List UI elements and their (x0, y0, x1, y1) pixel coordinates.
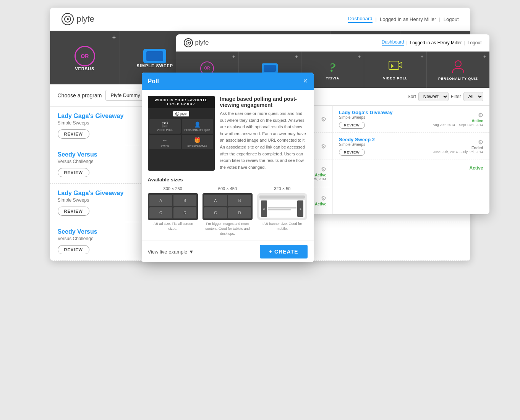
svg-point-11 (455, 61, 461, 67)
versus-icon: OR (75, 46, 95, 66)
campaign-title[interactable]: Lady Gaga's Giveaway (339, 110, 433, 115)
review-button[interactable]: REVIEW (58, 245, 89, 254)
create-button[interactable]: + CREATE (260, 245, 308, 258)
size-preview-600: A B C D (202, 193, 253, 220)
inner-dashboard-link[interactable]: Dashboard (382, 39, 404, 46)
date-range: June 29th, 2014 – July 3rd, 2014 (433, 150, 483, 154)
modal-desc-title: Image based polling and post-viewing eng… (220, 96, 308, 108)
inner-nav-links: Dashboard | Logged in as Henry Miller | … (382, 39, 482, 46)
inner-top-nav: plyfe Dashboard | Logged in as Henry Mil… (176, 34, 489, 52)
list-item: ↔ SWIPE (149, 135, 181, 149)
dashboard-link[interactable]: Dashboard (348, 16, 373, 23)
inner-widget-pquiz[interactable]: + PERSONALITY QUIZ (427, 52, 489, 88)
review-button[interactable]: REVIEW (58, 129, 89, 139)
list-item: 🎁 SWEEPSTAKES (182, 135, 213, 149)
inner-filter-select[interactable]: All (463, 92, 483, 101)
active-status-area: Active (333, 160, 489, 176)
gear-icon[interactable]: ⚙ (478, 112, 483, 118)
size-600: 600 × 450 A B C D For bigger images and … (202, 186, 253, 236)
list-item: 👤 PERSONALITY QUIZ (182, 119, 213, 134)
versus-plus: + (112, 34, 116, 41)
size-preview-320: A B (257, 193, 307, 220)
inner-sort-filter: Sort Newest Filter All (408, 92, 483, 101)
status-badge: Active (433, 119, 483, 123)
inner-widget-vidpoll[interactable]: + VIDEO POLL (364, 52, 427, 88)
inner-logo: plyfe (184, 38, 209, 47)
outer-logo-icon (62, 13, 74, 25)
gear-icon[interactable]: ⚙ (478, 139, 483, 145)
list-item: 🎬 VIDEO POLL (149, 119, 181, 134)
inner-logo-text: plyfe (195, 39, 209, 47)
inner-logo-icon (184, 38, 193, 47)
modal-header: Poll × (142, 73, 314, 90)
size-320: 320 × 50 A B IAB banner size. Good fo (257, 186, 307, 236)
review-button[interactable]: REVIEW (339, 149, 365, 156)
gear-icon[interactable]: ⚙ (321, 195, 326, 202)
list-item: Seedy Sweep 2 Simple Sweeps REVIEW ⚙ End… (333, 133, 489, 160)
sweep-label: SIMPLE SWEEP (136, 63, 173, 68)
sweep-icon (143, 49, 166, 63)
logged-in-label: Logged in as Henry Miller (380, 16, 436, 22)
gear-icon[interactable]: ⚙ (321, 116, 326, 123)
inner-pquiz-icon (452, 60, 464, 75)
modal-description: Image based polling and post-viewing eng… (220, 96, 308, 171)
review-button[interactable]: REVIEW (339, 122, 365, 129)
outer-logo: plyfe (62, 13, 94, 25)
review-button[interactable]: REVIEW (58, 168, 89, 177)
inner-vidpoll-icon (389, 60, 402, 75)
modal-sizes: Available sizes 300 × 250 A B C D IAB ad… (142, 177, 314, 241)
sizes-grid: 300 × 250 A B C D IAB ad size. Fits all … (148, 186, 308, 236)
widget-versus[interactable]: + OR VERSUS (50, 31, 120, 84)
program-label: Choose a program (58, 92, 102, 99)
outer-nav-links: Dashboard | Logged in as Henry Miller | … (348, 16, 459, 23)
outer-logo-text: plyfe (77, 14, 94, 24)
review-button[interactable]: REVIEW (58, 207, 89, 216)
modal-title: Poll (148, 78, 159, 85)
svg-marker-1 (67, 18, 70, 21)
inner-trivia-icon: ? (329, 60, 336, 75)
outer-top-nav: plyfe Dashboard | Logged in as Henry Mil… (50, 8, 470, 31)
status-badge: Active (339, 165, 483, 171)
inner-logged-in: Logged in as Henry Miller (410, 40, 462, 45)
list-item: Lady Gaga's Giveaway Simple Sweeps REVIE… (333, 106, 489, 133)
modal-desc-text: Ask the user one or more questions and f… (220, 110, 308, 171)
poll-modal: Poll × WHICH IS YOUR FAVORITE PLYFE CARD… (142, 73, 314, 262)
sizes-title: Available sizes (148, 177, 308, 183)
gear-icon[interactable]: ⚙ (321, 143, 326, 150)
preview-grid: 🎬 VIDEO POLL 👤 PERSONALITY QUIZ ↔ SWIPE … (148, 118, 215, 151)
svg-marker-9 (188, 42, 190, 44)
preview-logo: ▶ plyfe (148, 108, 215, 118)
status-badge: Ended (433, 146, 483, 150)
gear-icon[interactable]: ⚙ (321, 166, 326, 173)
modal-footer: View live example ▼ + CREATE (142, 241, 314, 262)
preview-header: WHICH IS YOUR FAVORITE PLYFE CARD? (148, 96, 215, 108)
date-range: Aug 29th 2014 – Sept 13th, 2014 (433, 123, 483, 127)
size-300: 300 × 250 A B C D IAB ad size. Fits all … (148, 186, 198, 236)
campaign-title[interactable]: Seedy Sweep 2 (339, 137, 433, 142)
modal-preview: WHICH IS YOUR FAVORITE PLYFE CARD? ▶ ply… (148, 96, 215, 171)
logout-link[interactable]: Logout (444, 16, 459, 22)
view-live-link[interactable]: View live example ▼ (148, 249, 194, 255)
svg-rect-10 (389, 61, 399, 69)
inner-campaign-right-col: Lady Gaga's Giveaway Simple Sweeps REVIE… (333, 106, 489, 214)
inner-sort-select[interactable]: Newest (418, 92, 449, 101)
modal-close-button[interactable]: × (303, 77, 308, 85)
inner-sweep-icon (262, 63, 278, 73)
modal-body: WHICH IS YOUR FAVORITE PLYFE CARD? ▶ ply… (142, 90, 314, 177)
size-preview-300: A B C D (148, 193, 198, 220)
inner-logout-link[interactable]: Logout (468, 40, 482, 45)
versus-label: VERSUS (75, 66, 94, 71)
